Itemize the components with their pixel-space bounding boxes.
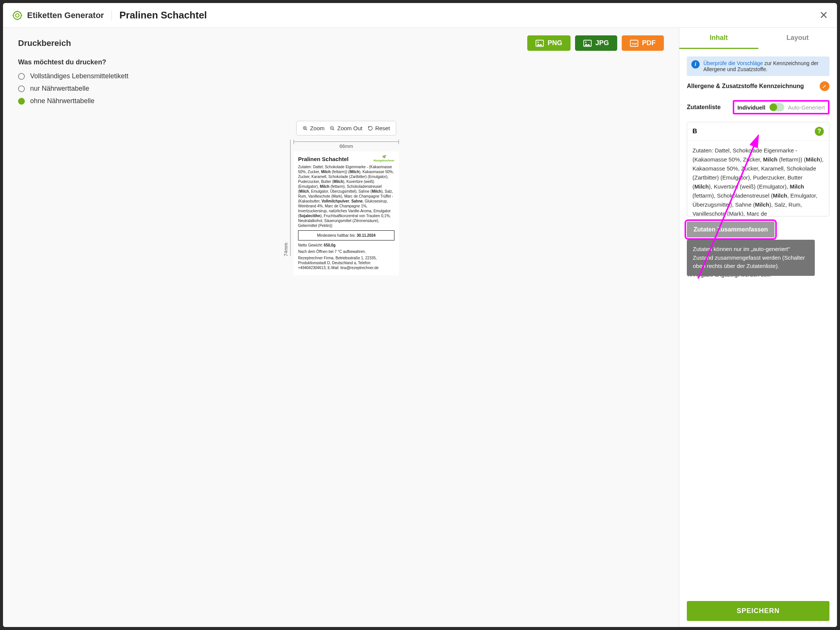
option-only-nutri[interactable]: nur Nährwerttabelle	[18, 85, 664, 93]
export-pdf-label: PDF	[642, 39, 655, 47]
tabs: Inhalt Layout	[679, 28, 837, 49]
close-button[interactable]: ✕	[819, 9, 828, 21]
label-brand-logo: 🌿Rezeptrechner	[373, 155, 395, 163]
ruler-horizontal: 66mm	[294, 142, 399, 149]
toggle-highlight-box: Individuell Auto-Generiert	[733, 100, 829, 114]
zoom-in-button[interactable]: Zoom	[303, 125, 324, 131]
label-weight: Netto Gewicht: 650,0g	[298, 243, 395, 248]
ruler-vertical: 74mm	[283, 140, 291, 256]
image-icon	[583, 39, 592, 47]
right-pane: Inhalt Layout i Überprüfe die Vorschläge…	[679, 28, 837, 627]
ingredients-text[interactable]: Zutaten: Dattel, Schokolade Eigenmarke -…	[687, 141, 829, 216]
allergen-section-row: Allergene & Zusatzstoffe Kennzeichnung	[687, 81, 829, 91]
image-icon	[535, 39, 544, 47]
body: Druckbereich PNG JPG PDF PDF Was möchtes…	[3, 28, 837, 627]
export-jpg-label: JPG	[595, 39, 609, 47]
label-brand-text: Rezeptrechner	[373, 159, 395, 162]
label-storage: Nach dem Öffnen bei 7 °C aufbewahren.	[298, 249, 395, 254]
export-png-button[interactable]: PNG	[527, 35, 570, 51]
svg-point-3	[537, 41, 539, 43]
toggle-knob	[770, 104, 777, 111]
zoom-out-icon	[330, 126, 335, 131]
info-link[interactable]: Überprüfe die Vorschläge	[703, 60, 763, 66]
zoom-out-label: Zoom Out	[337, 125, 362, 131]
radio-icon-checked	[18, 98, 25, 105]
left-pane: Druckbereich PNG JPG PDF PDF Was möchtes…	[3, 28, 679, 627]
toggle-individual-label: Individuell	[737, 104, 765, 111]
ingredients-header: B ?	[687, 122, 829, 141]
recipe-title: Pralinen Schachtel	[119, 9, 207, 21]
allergen-heading: Allergene & Zusatzstoffe Kennzeichnung	[687, 83, 804, 90]
ingredient-mode-toggle[interactable]	[769, 103, 784, 111]
label-company: Rezeptrechner Firma, Betriebsstraße 1, 2…	[298, 256, 395, 270]
info-box: i Überprüfe die Vorschläge zur Kennzeich…	[687, 57, 829, 76]
export-png-label: PNG	[548, 39, 562, 47]
tab-content[interactable]: Inhalt	[679, 28, 758, 49]
zoom-reset-button[interactable]: Reset	[368, 125, 390, 131]
tab-layout[interactable]: Layout	[758, 28, 837, 49]
weight-label: Netto Gewicht:	[298, 243, 324, 247]
radio-icon	[18, 73, 25, 80]
radio-icon	[18, 85, 25, 92]
header-divider	[111, 10, 112, 21]
app-logo-icon	[12, 10, 22, 21]
left-top-row: Druckbereich PNG JPG PDF PDF	[18, 35, 664, 51]
option-full-text: Vollständiges Lebensmitteletikett	[30, 72, 128, 80]
ingredient-list-label: Zutatenliste	[687, 104, 721, 111]
print-options: Vollständiges Lebensmitteletikett nur Nä…	[18, 72, 664, 109]
zoom-reset-label: Reset	[375, 125, 390, 131]
header: Etiketten Generator Pralinen Schachtel ✕	[3, 3, 837, 28]
export-jpg-button[interactable]: JPG	[575, 35, 617, 51]
option-no-nutri[interactable]: ohne Nährwerttabelle	[18, 97, 664, 105]
format-bold-marker[interactable]: B	[693, 128, 697, 135]
option-full-label[interactable]: Vollständiges Lebensmitteletikett	[18, 72, 664, 80]
label-ingredients: Zutaten: Dattel, Schokolade Eigenmarke -…	[298, 164, 395, 228]
zoom-toolbar: Zoom Zoom Out Reset	[296, 121, 396, 136]
summarize-ingredients-button[interactable]: Zutaten Zusammenfassen	[687, 222, 775, 237]
content-panel: i Überprüfe die Vorschläge zur Kennzeich…	[679, 49, 837, 595]
summarize-tooltip: Zutaten können nur im „auto-generiert" Z…	[687, 240, 815, 276]
label-title: Pralinen Schachtel	[298, 155, 349, 163]
pencil-icon	[822, 84, 827, 89]
zoom-in-icon	[303, 126, 308, 131]
preview-column: Zoom Zoom Out Reset 66mm Pralinen Schach…	[294, 121, 399, 275]
toggle-auto-label: Auto-Generiert	[788, 104, 825, 111]
label-mhd: Mindestens haltbar bis: 30.11.2024	[298, 231, 395, 240]
modal-dialog: Etiketten Generator Pralinen Schachtel ✕…	[3, 3, 837, 627]
ingredients-box: B ? Zutaten: Dattel, Schokolade Eigenmar…	[687, 122, 829, 216]
option-only-nutri-text: nur Nährwerttabelle	[30, 85, 89, 93]
help-button[interactable]: ?	[815, 127, 824, 136]
export-pdf-button[interactable]: PDF PDF	[622, 35, 664, 51]
print-area-heading: Druckbereich	[18, 38, 523, 48]
save-button[interactable]: SPEICHERN	[687, 601, 829, 621]
zoom-out-button[interactable]: Zoom Out	[330, 125, 362, 131]
pdf-icon: PDF	[630, 39, 638, 47]
svg-text:PDF: PDF	[632, 42, 638, 45]
mhd-date: 30.11.2024	[357, 233, 376, 237]
info-text: Überprüfe die Vorschläge zur Kennzeichnu…	[703, 60, 825, 72]
label-title-row: Pralinen Schachtel 🌿Rezeptrechner	[298, 155, 395, 163]
label-preview: Pralinen Schachtel 🌿Rezeptrechner Zutate…	[294, 151, 399, 275]
svg-point-5	[585, 41, 587, 43]
option-no-nutri-text: ohne Nährwerttabelle	[30, 97, 95, 105]
zoom-in-label: Zoom	[310, 125, 324, 131]
print-question: Was möchtest du drucken?	[18, 58, 664, 66]
reset-icon	[368, 126, 373, 131]
ingredient-list-row: Zutatenliste Individuell Auto-Generiert	[687, 100, 829, 114]
edit-allergen-button[interactable]	[819, 81, 829, 91]
info-icon: i	[692, 60, 699, 68]
app-title: Etiketten Generator	[27, 11, 104, 21]
weight-value: 650,0g	[324, 243, 335, 247]
svg-point-1	[16, 14, 19, 17]
mhd-label: Mindestens haltbar bis:	[317, 233, 357, 237]
preview-area: 74mm Zoom Zoom Out Reset 66mm Pralinen S…	[18, 121, 664, 619]
